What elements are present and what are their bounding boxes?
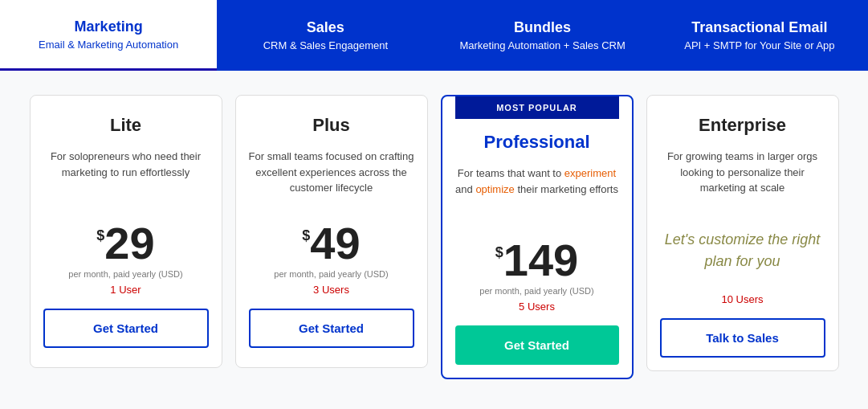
plan-lite-description: For solopreneurs who need their marketin… (43, 149, 209, 205)
tab-bundles-subtitle: Marketing Automation + Sales CRM (459, 39, 625, 51)
plan-enterprise-custom-cta: Let's customize the right plan for you (660, 221, 825, 280)
tab-transactional-subtitle: API + SMTP for Your Site or App (684, 39, 834, 51)
plan-enterprise-cta[interactable]: Talk to Sales (660, 318, 825, 358)
plan-lite-period: per month, paid yearly (USD) (68, 269, 182, 279)
tab-transactional[interactable]: Transactional Email API + SMTP for Your … (651, 0, 868, 71)
tab-bundles[interactable]: Bundles Marketing Automation + Sales CRM (434, 0, 651, 71)
plan-plus-name: Plus (312, 115, 349, 136)
plan-professional-period: per month, paid yearly (USD) (479, 286, 593, 296)
plan-professional-description: For teams that want to experiment and op… (455, 166, 619, 222)
tab-marketing-title: Marketing (75, 18, 143, 35)
tab-sales-title: Sales (307, 19, 344, 36)
plan-lite-currency: $ (96, 227, 104, 244)
tab-bundles-title: Bundles (514, 19, 571, 36)
plan-plus-price-row: $ 49 (302, 221, 360, 266)
plan-card-enterprise: Enterprise For growing teams in larger o… (646, 95, 839, 371)
tab-transactional-title: Transactional Email (691, 19, 827, 36)
tab-sales[interactable]: Sales CRM & Sales Engagement (217, 0, 434, 71)
plan-card-professional: MOST POPULAR Professional For teams that… (441, 95, 634, 379)
plan-lite-cta[interactable]: Get Started (43, 309, 209, 348)
plan-card-lite: Lite For solopreneurs who need their mar… (30, 95, 222, 368)
plan-professional-name: Professional (483, 132, 589, 153)
most-popular-badge: MOST POPULAR (455, 96, 619, 119)
plan-enterprise-users: 10 Users (721, 293, 763, 305)
plan-professional-users: 5 Users (519, 301, 555, 313)
nav-tabs: Marketing Email & Marketing Automation S… (0, 0, 868, 71)
plan-lite-users: 1 User (110, 284, 141, 296)
plan-plus-period: per month, paid yearly (USD) (274, 269, 388, 279)
plan-professional-price-row: $ 149 (495, 238, 578, 283)
plan-lite-amount: 29 (104, 221, 154, 266)
plan-professional-amount: 149 (503, 238, 578, 283)
plan-professional-currency: $ (495, 244, 503, 261)
pricing-section: Lite For solopreneurs who need their mar… (0, 71, 868, 395)
plan-plus-description: For small teams focused on crafting exce… (249, 149, 414, 205)
plan-lite-name: Lite (110, 115, 141, 136)
tab-sales-subtitle: CRM & Sales Engagement (263, 39, 388, 51)
plan-plus-users: 3 Users (313, 284, 349, 296)
tab-marketing-subtitle: Email & Marketing Automation (39, 39, 178, 51)
plan-plus-amount: 49 (310, 221, 360, 266)
plan-plus-currency: $ (302, 227, 310, 244)
plan-lite-price-row: $ 29 (96, 221, 154, 266)
plan-professional-cta[interactable]: Get Started (455, 325, 619, 365)
plan-enterprise-name: Enterprise (699, 115, 786, 136)
plan-card-plus: Plus For small teams focused on crafting… (235, 95, 428, 368)
plan-enterprise-description: For growing teams in larger orgs looking… (660, 149, 825, 205)
tab-marketing[interactable]: Marketing Email & Marketing Automation (0, 0, 217, 71)
plan-plus-cta[interactable]: Get Started (249, 309, 414, 348)
